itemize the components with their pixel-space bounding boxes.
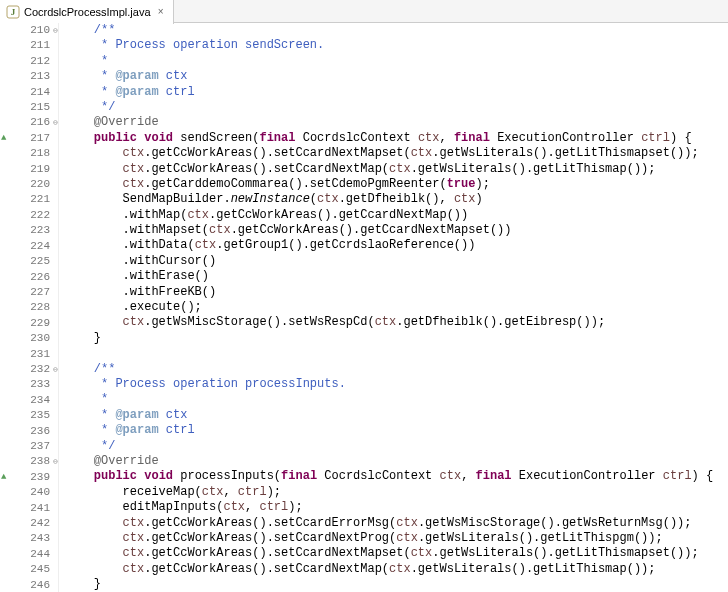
line-number: 243: [14, 531, 56, 546]
code-line[interactable]: .withErase(): [65, 269, 728, 284]
marker-column: ▲▲: [0, 23, 14, 592]
line-number: 227: [14, 285, 56, 300]
code-line[interactable]: .withMapset(ctx.getCcWorkAreas().getCcar…: [65, 223, 728, 238]
code-line[interactable]: * Process operation processInputs.: [65, 377, 728, 392]
line-number: 226: [14, 270, 56, 285]
line-number: 216⊖: [14, 115, 56, 130]
line-number: 225: [14, 254, 56, 269]
code-line[interactable]: */: [65, 439, 728, 454]
line-number: 244: [14, 547, 56, 562]
close-icon[interactable]: ×: [155, 6, 167, 18]
line-number: 232⊖: [14, 362, 56, 377]
code-line[interactable]: }: [65, 331, 728, 346]
code-content[interactable]: /** * Process operation sendScreen. * * …: [59, 23, 728, 592]
code-line[interactable]: .withMap(ctx.getCcWorkAreas().getCcardNe…: [65, 208, 728, 223]
code-line[interactable]: ctx.getCcWorkAreas().setCcardNextMapset(…: [65, 546, 728, 561]
line-number: 245: [14, 562, 56, 577]
code-line[interactable]: /**: [65, 23, 728, 38]
line-number: 237: [14, 439, 56, 454]
line-number: 235: [14, 408, 56, 423]
line-number: 215: [14, 100, 56, 115]
code-line[interactable]: ctx.getCcWorkAreas().setCcardNextMap(ctx…: [65, 162, 728, 177]
line-number: 219: [14, 162, 56, 177]
line-number: 221: [14, 192, 56, 207]
line-number: 212: [14, 54, 56, 69]
code-line[interactable]: public void sendScreen(final CocrdslcCon…: [65, 131, 728, 146]
line-number: 217: [14, 131, 56, 146]
line-number: 223: [14, 223, 56, 238]
line-number: 230: [14, 331, 56, 346]
code-line[interactable]: ctx.getWsMiscStorage().setWsRespCd(ctx.g…: [65, 315, 728, 330]
fold-toggle-icon[interactable]: ⊖: [51, 457, 60, 466]
code-line[interactable]: * @param ctx: [65, 69, 728, 84]
code-line[interactable]: ctx.getCcWorkAreas().setCcardNextProg(ct…: [65, 531, 728, 546]
code-line[interactable]: @Override: [65, 454, 728, 469]
code-line[interactable]: .execute();: [65, 300, 728, 315]
code-line[interactable]: }: [65, 577, 728, 592]
editor-tab-bar: J CocrdslcProcessImpl.java ×: [0, 0, 728, 23]
line-number: 229: [14, 316, 56, 331]
code-line[interactable]: */: [65, 100, 728, 115]
line-number: 211: [14, 38, 56, 53]
line-number: 228: [14, 300, 56, 315]
code-line[interactable]: public void processInputs(final Cocrdslc…: [65, 469, 728, 484]
line-number-gutter: 210⊖211212213214215216⊖21721821922022122…: [14, 23, 59, 592]
code-line[interactable]: /**: [65, 362, 728, 377]
code-line[interactable]: [65, 346, 728, 361]
fold-toggle-icon[interactable]: ⊖: [51, 26, 60, 35]
line-number: 218: [14, 146, 56, 161]
code-line[interactable]: * Process operation sendScreen.: [65, 38, 728, 53]
code-line[interactable]: .withData(ctx.getGroup1().getCcrdslaoRef…: [65, 238, 728, 253]
override-indicator-icon[interactable]: ▲: [1, 472, 11, 482]
code-line[interactable]: .withCursor(): [65, 254, 728, 269]
editor-tab-filename: CocrdslcProcessImpl.java: [24, 6, 151, 18]
code-line[interactable]: ctx.getCcWorkAreas().setCcardErrorMsg(ct…: [65, 516, 728, 531]
editor-tab-active[interactable]: J CocrdslcProcessImpl.java ×: [0, 0, 174, 24]
code-line[interactable]: * @param ctx: [65, 408, 728, 423]
code-line[interactable]: @Override: [65, 115, 728, 130]
code-editor[interactable]: ▲▲ 210⊖211212213214215216⊖21721821922022…: [0, 23, 728, 592]
code-line[interactable]: .withFreeKB(): [65, 285, 728, 300]
code-line[interactable]: ctx.getCcWorkAreas().setCcardNextMap(ctx…: [65, 562, 728, 577]
line-number: 214: [14, 85, 56, 100]
line-number: 220: [14, 177, 56, 192]
code-line[interactable]: ctx.getCcWorkAreas().setCcardNextMapset(…: [65, 146, 728, 161]
code-line[interactable]: SendMapBuilder.newInstance(ctx.getDfheib…: [65, 192, 728, 207]
line-number: 234: [14, 393, 56, 408]
line-number: 236: [14, 424, 56, 439]
code-line[interactable]: ctx.getCarddemoCommarea().setCdemoPgmRee…: [65, 177, 728, 192]
line-number: 224: [14, 239, 56, 254]
line-number: 233: [14, 377, 56, 392]
code-line[interactable]: * @param ctrl: [65, 85, 728, 100]
code-line[interactable]: * @param ctrl: [65, 423, 728, 438]
code-line[interactable]: *: [65, 54, 728, 69]
line-number: 242: [14, 516, 56, 531]
code-line[interactable]: *: [65, 392, 728, 407]
override-indicator-icon[interactable]: ▲: [1, 133, 11, 143]
code-line[interactable]: receiveMap(ctx, ctrl);: [65, 485, 728, 500]
java-file-icon: J: [6, 5, 20, 19]
fold-toggle-icon[interactable]: ⊖: [51, 118, 60, 127]
line-number: 246: [14, 578, 56, 592]
line-number: 241: [14, 501, 56, 516]
svg-text:J: J: [11, 7, 16, 17]
line-number: 238⊖: [14, 454, 56, 469]
fold-toggle-icon[interactable]: ⊖: [51, 365, 60, 374]
line-number: 210⊖: [14, 23, 56, 38]
line-number: 222: [14, 208, 56, 223]
line-number: 240: [14, 485, 56, 500]
line-number: 239: [14, 470, 56, 485]
code-line[interactable]: editMapInputs(ctx, ctrl);: [65, 500, 728, 515]
line-number: 231: [14, 347, 56, 362]
line-number: 213: [14, 69, 56, 84]
